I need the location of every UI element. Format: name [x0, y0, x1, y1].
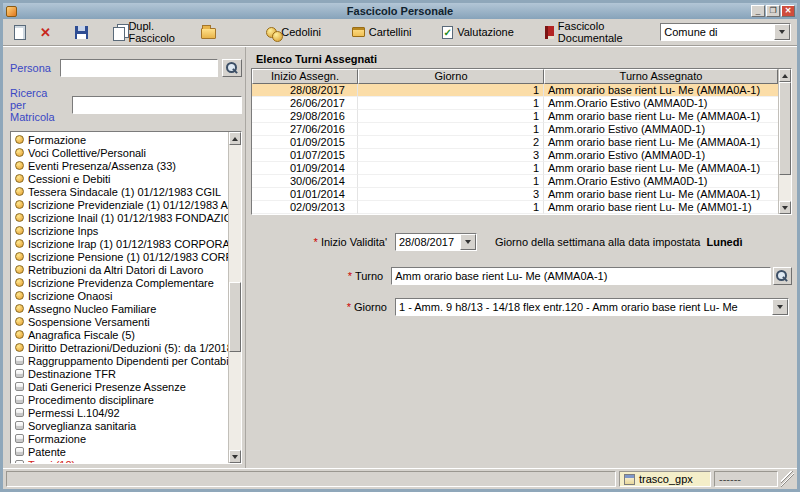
tree-item[interactable]: Iscrizione Inail (1) 01/12/1983 FONDAZIO… [11, 211, 228, 224]
yellow-ball-icon [15, 304, 24, 313]
form-icon [624, 474, 635, 485]
table-row[interactable]: 29/08/20161Amm orario base rient Lu- Me … [252, 110, 778, 123]
giorno-combo-button[interactable] [772, 299, 788, 315]
turno-lookup-button[interactable] [773, 267, 792, 285]
tree-item[interactable]: Iscrizione Previdenziale (1) 01/12/1983 … [11, 198, 228, 211]
tree-item[interactable]: Destinazione TFR [11, 367, 228, 380]
scroll-up-button[interactable] [229, 132, 241, 145]
tree-scrollbar[interactable] [228, 132, 241, 463]
tree-item-label: Raggruppamento Dipendenti per Contabiliz… [28, 355, 228, 367]
turni-table-body: 28/08/20171Amm orario base rient Lu- Me … [252, 84, 778, 214]
tree-item[interactable]: Dati Generici Presenze Assenze [11, 380, 228, 393]
giorno-combobox[interactable]: 1 - Amm. 9 h8/13 - 14/18 flex entr.120 -… [395, 298, 789, 316]
persona-input[interactable] [60, 59, 218, 77]
table-row[interactable]: 01/09/20141Amm orario base rient Lu- Me … [252, 162, 778, 175]
yellow-ball-icon [15, 148, 24, 157]
tree-item[interactable]: Retribuzioni da Altri Datori di Lavoro [11, 263, 228, 276]
tree-item[interactable]: Voci Collettive/Personali [11, 146, 228, 159]
tree-item[interactable]: Assegno Nucleo Familiare [11, 302, 228, 315]
column-header[interactable]: Turno Assegnato [544, 69, 778, 84]
comune-combobox-button[interactable] [774, 24, 790, 40]
card-icon [352, 27, 365, 37]
inizio-validita-label: *Inizio Validita' [287, 236, 387, 248]
table-cell: 28/08/2017 [252, 84, 358, 97]
table-row[interactable]: 26/06/20171Amm.Orario Estivo (AMMA0D-1) [252, 97, 778, 110]
tree-item[interactable]: Raggruppamento Dipendenti per Contabiliz… [11, 354, 228, 367]
comune-combobox[interactable]: Comune di [660, 23, 791, 41]
tree-item[interactable]: Formazione [11, 432, 228, 445]
tree-item-label: Iscrizione Inail (1) 01/12/1983 FONDAZIO… [28, 212, 228, 224]
search-icon [226, 62, 238, 74]
inizio-validita-combobox[interactable]: 28/08/2017 [395, 233, 477, 251]
resize-grip[interactable] [781, 471, 794, 487]
scroll-down-button[interactable] [779, 201, 791, 214]
inizio-validita-combo-button[interactable] [460, 234, 476, 250]
tree-scroll-track[interactable] [229, 145, 241, 450]
tree-item[interactable]: Iscrizione Onaosi [11, 289, 228, 302]
tree-item[interactable]: Procedimento disciplinare [11, 393, 228, 406]
yellow-ball-icon [15, 226, 24, 235]
tree-item-label: Permessi L.104/92 [28, 407, 120, 419]
tree-item[interactable]: Iscrizione Previdenza Complementare [11, 276, 228, 289]
table-cell: 02/09/2013 [252, 201, 358, 214]
tree-item-label: Iscrizione Onaosi [28, 290, 112, 302]
tree-item[interactable]: Formazione [11, 133, 228, 146]
table-cell: 3 [358, 188, 544, 201]
delete-icon: ✕ [40, 26, 51, 39]
delete-button[interactable]: ✕ [35, 21, 56, 43]
inizio-validita-value: 28/08/2017 [396, 234, 460, 250]
tree-item-label: Anagrafica Fiscale (5) [28, 329, 135, 341]
minimize-button[interactable]: _ [751, 5, 765, 17]
cedolini-button[interactable]: Cedolini [261, 21, 326, 43]
tree-item[interactable]: Anagrafica Fiscale (5) [11, 328, 228, 341]
tree-item[interactable]: Diritto Detrazioni/Deduzioni (5): da 1/2… [11, 341, 228, 354]
scroll-up-button[interactable] [779, 69, 791, 82]
tree-item[interactable]: Cessioni e Debiti [11, 172, 228, 185]
tree-item-label: Cessioni e Debiti [28, 173, 111, 185]
persona-search-button[interactable] [222, 59, 242, 77]
table-row[interactable]: 01/07/20153Amm.orario Estivo (AMMA0D-1) [252, 149, 778, 162]
new-button[interactable] [9, 21, 31, 43]
column-header[interactable]: Inizio Assegn. [252, 69, 358, 84]
tree-item[interactable]: Permessi L.104/92 [11, 406, 228, 419]
tree-scroll-thumb[interactable] [229, 282, 241, 352]
table-scrollbar[interactable] [778, 69, 791, 214]
tree-item[interactable]: Iscrizione Pensione (1) 01/12/1983 CORPO… [11, 250, 228, 263]
tree-item[interactable]: Iscrizione Inps [11, 224, 228, 237]
table-cell: Amm.Orario Estivo (AMMA0D-1) [544, 97, 778, 110]
close-button[interactable]: ✕ [781, 5, 795, 17]
tree-item[interactable]: Sorveglianza sanitaria [11, 419, 228, 432]
table-row[interactable]: 28/08/20171Amm orario base rient Lu- Me … [252, 84, 778, 97]
save-button[interactable] [70, 21, 93, 43]
tree-item[interactable]: Patente [11, 445, 228, 458]
matricola-input[interactable] [72, 96, 242, 114]
column-header[interactable]: Giorno [358, 69, 544, 84]
tree-item[interactable]: Turni (12) [11, 458, 228, 463]
tree-item[interactable]: Eventi Presenza/Assenza (33) [11, 159, 228, 172]
table-row[interactable]: 01/09/20152Amm orario base rient Lu- Me … [252, 136, 778, 149]
dupl-fascicolo-button[interactable]: Dupl. Fascicolo [108, 21, 193, 43]
tree-item[interactable]: Tessera Sindacale (1) 01/12/1983 CGIL [11, 185, 228, 198]
table-row[interactable]: 02/09/20131Amm orario base rient Lu- Me … [252, 201, 778, 214]
table-row[interactable]: 27/06/20161Amm.orario Estivo (AMMA0D-1) [252, 123, 778, 136]
fascicolo-documentale-button[interactable]: Fascicolo Documentale [540, 21, 653, 43]
cartellini-button[interactable]: Cartellini [347, 21, 417, 43]
turni-table-head: Inizio Assegn.GiornoTurno Assegnato [252, 69, 778, 84]
maximize-button[interactable]: ❐ [766, 5, 780, 17]
table-cell: 1 [358, 110, 544, 123]
valutazione-button[interactable]: ✓ Valutazione [437, 21, 519, 43]
turno-field[interactable]: Amm orario base rient Lu- Me (AMMA0A-1) [391, 267, 770, 285]
table-cell: 1 [358, 201, 544, 214]
table-row[interactable]: 01/01/20143Amm orario base rient Lu- Me … [252, 188, 778, 201]
tree-item[interactable]: Iscrizione Irap (1) 01/12/1983 CORPORATI… [11, 237, 228, 250]
folder-button[interactable] [196, 21, 221, 43]
table-scroll-thumb[interactable] [779, 82, 791, 175]
table-cell: 26/06/2017 [252, 97, 358, 110]
turno-form: *Inizio Validita' 28/08/2017 Giorno dell… [251, 215, 792, 464]
table-scroll-track[interactable] [779, 82, 791, 201]
required-marker: * [347, 301, 351, 313]
scroll-down-button[interactable] [229, 450, 241, 463]
tree-item[interactable]: Sospensione Versamenti [11, 315, 228, 328]
table-row[interactable]: 30/06/20141Amm.Orario Estivo (AMMA0D-1) [252, 175, 778, 188]
tree-item-label: Iscrizione Irap (1) 01/12/1983 CORPORATI… [28, 238, 228, 250]
